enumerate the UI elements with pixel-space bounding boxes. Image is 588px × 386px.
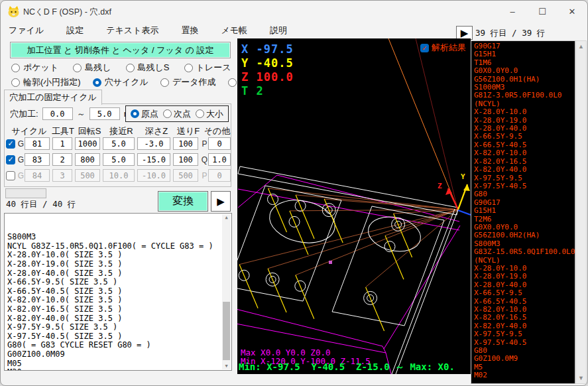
- close-button[interactable]: ✕: [562, 4, 582, 19]
- menu-replace[interactable]: 置換: [178, 23, 201, 38]
- scroll-up-icon[interactable]: ▲: [222, 214, 231, 221]
- radio-size[interactable]: 大小: [196, 108, 223, 120]
- radio-origin[interactable]: 原点: [131, 108, 158, 120]
- radio-island-s[interactable]: 島残しS: [126, 62, 170, 74]
- code-line: G15H1: [474, 207, 575, 215]
- row1-depth-input[interactable]: -3.0: [137, 137, 170, 150]
- readout-z: Z 100.0: [241, 70, 294, 84]
- cycle-row-g84: G 84 3 500 10.0 -10.0 500 P 0: [6, 169, 231, 182]
- row1-feed-input[interactable]: 100: [173, 137, 198, 150]
- readout-x: X -97.5: [241, 42, 294, 56]
- row2-enable-checkbox[interactable]: [6, 155, 15, 164]
- row3-other-input[interactable]: 0: [208, 169, 231, 182]
- minimize-button[interactable]: –: [502, 4, 522, 19]
- menu-settings[interactable]: 設定: [64, 23, 86, 38]
- scroll-up-icon[interactable]: ▲: [576, 42, 586, 51]
- row2-feed-input[interactable]: 100: [173, 153, 198, 166]
- radio-hole-cycle[interactable]: 穴サイクル: [93, 76, 148, 88]
- row3-depth-input[interactable]: -10.0: [137, 169, 170, 182]
- rapid-lines: [239, 188, 458, 287]
- step-play-button[interactable]: ▶: [211, 191, 231, 212]
- code-line: G0X0.0Y0.0: [474, 67, 575, 75]
- code-line: X-97.5Y-9.5: [474, 330, 575, 338]
- row2-gcode-input[interactable]: 83: [25, 153, 50, 166]
- menu-help[interactable]: 説明: [267, 23, 290, 38]
- code-line: X-82.0Y-16.5( SIZE 3.5 ): [7, 305, 221, 314]
- analysis-code-lines: G90G17G15H1T1M6G0X0.0Y0.0G56Z100.0H1(HA)…: [474, 42, 575, 380]
- progress-bar: [5, 188, 46, 198]
- cycle-row-g81: G 81 1 1000 5.0 -3.0 100 P 0: [6, 137, 231, 150]
- radio-label: データ作成: [172, 76, 216, 88]
- maximize-button[interactable]: ☐: [532, 4, 552, 19]
- analysis-result-toggle[interactable]: 解析結果: [420, 42, 466, 54]
- row3-gcode-input[interactable]: 84: [25, 169, 50, 182]
- code-line: M02: [474, 371, 575, 379]
- analysis-code-panel[interactable]: G90G17G15H1T1M6G0X0.0Y0.0G56Z100.0H1(HA)…: [471, 40, 575, 384]
- menu-text-display[interactable]: テキスト表示: [103, 23, 161, 38]
- row1-tool-input[interactable]: 1: [52, 137, 72, 150]
- analysis-checkbox[interactable]: [420, 44, 429, 52]
- code-line: X-97.5Y-40.5( SIZE 3.5 ): [7, 332, 221, 342]
- code-line: G80( = G83 CYCLE RESET G80 = ): [7, 341, 221, 350]
- code-line: X-28.0Y-10.0( SIZE 3.5 ): [7, 251, 221, 260]
- title-bar: NCくD F (OSP) - 穴.dxf – ☐ ✕: [1, 1, 587, 22]
- row1-other-input[interactable]: 0: [208, 137, 231, 150]
- hole-range-from-input[interactable]: 0.0: [42, 107, 73, 120]
- readout-t: T 2: [241, 84, 264, 97]
- row1-enable-checkbox[interactable]: [6, 139, 15, 149]
- textarea-scrollbar[interactable]: ▲ ▼: [222, 214, 231, 369]
- axis-value: -97.5: [257, 42, 294, 56]
- scroll-down-icon[interactable]: ▼: [576, 373, 586, 383]
- analysis-scrollbar[interactable]: ▲ ▼: [575, 40, 587, 384]
- nc-code-textarea[interactable]: S800M3NCYL G83Z-15.0R5.0Q1.0F100( = CYCL…: [4, 213, 232, 371]
- row2-depth-input[interactable]: -15.0: [137, 153, 170, 166]
- radio-data-create[interactable]: データ作成: [160, 76, 216, 88]
- hole-range-to-input[interactable]: 5.0: [89, 107, 120, 120]
- code-line: X-82.0Y-10.0( SIZE 3.5 ): [7, 296, 221, 305]
- row3-approach-input[interactable]: 10.0: [103, 169, 135, 182]
- analysis-play-button[interactable]: ▶: [456, 26, 473, 40]
- menu-file[interactable]: ファイル: [6, 23, 46, 38]
- radio-label: 次点: [174, 108, 191, 120]
- tilde-label: ～: [77, 108, 86, 120]
- col-tool: 工具T: [51, 125, 75, 137]
- machining-settings-button[interactable]: 加工位置 と 切削条件 と ヘッタ / フッタ の 設定: [10, 42, 231, 58]
- scrollbar-thumb[interactable]: [223, 302, 230, 360]
- radio-island[interactable]: 島残し: [73, 62, 111, 74]
- row3-enable-checkbox[interactable]: [6, 171, 15, 180]
- row2-tool-input[interactable]: 2: [52, 153, 72, 166]
- axis-y-label: Y: [461, 172, 465, 181]
- row2-speed-input[interactable]: 800: [75, 153, 100, 166]
- row3-speed-input[interactable]: 500: [75, 169, 100, 182]
- cycle-table-header: サイクル 工具T 回転S 接近R 深さZ 送りF その他: [7, 125, 232, 137]
- row2-approach-input[interactable]: 5.0: [103, 153, 135, 166]
- code-line: X-82.0Y-16.5: [474, 314, 575, 322]
- radio-next-point[interactable]: 次点: [163, 108, 191, 120]
- tab-fixed-cycle[interactable]: 穴加工の固定サイクル: [4, 90, 102, 105]
- axis-name: Z: [241, 70, 249, 84]
- row3-feed-input[interactable]: 500: [173, 169, 198, 182]
- part-outline: [237, 166, 458, 374]
- app-window: NCくD F (OSP) - 穴.dxf – ☐ ✕ ファイル 設定 テキスト表…: [0, 0, 588, 386]
- row2-other-input[interactable]: 1.0: [208, 153, 231, 166]
- scroll-down-icon[interactable]: ▼: [222, 363, 231, 369]
- code-line: X-66.5Y-40.5( SIZE 3.5 ): [7, 287, 221, 296]
- row3-tool-input[interactable]: 3: [52, 169, 72, 182]
- row1-approach-input[interactable]: 5.0: [103, 137, 135, 150]
- radio-label: 原点: [141, 108, 158, 120]
- code-line: G80: [474, 190, 575, 198]
- code-line: X-82.0Y-10.0: [474, 149, 575, 157]
- code-line: M5: [474, 363, 575, 371]
- radio-pocket[interactable]: ポケット: [11, 62, 58, 74]
- graphics-viewport[interactable]: Z Y X -97.5 Y -40.5 Z 100.0 T 2 解析結果 Max…: [237, 38, 471, 374]
- menu-notepad[interactable]: メモ帳: [218, 23, 250, 38]
- radio-dot: [228, 78, 237, 87]
- row1-speed-input[interactable]: 1000: [75, 137, 100, 150]
- axis-name: Y: [241, 56, 249, 70]
- row1-gcode-input[interactable]: 81: [25, 137, 50, 150]
- code-line: X-66.5Y-9.5: [474, 289, 575, 297]
- radio-trace[interactable]: トレース: [184, 62, 231, 74]
- axis-value: -40.5: [257, 56, 294, 70]
- radio-contour[interactable]: 輪郭(小円指定): [11, 76, 81, 88]
- convert-button[interactable]: 変換: [158, 191, 208, 212]
